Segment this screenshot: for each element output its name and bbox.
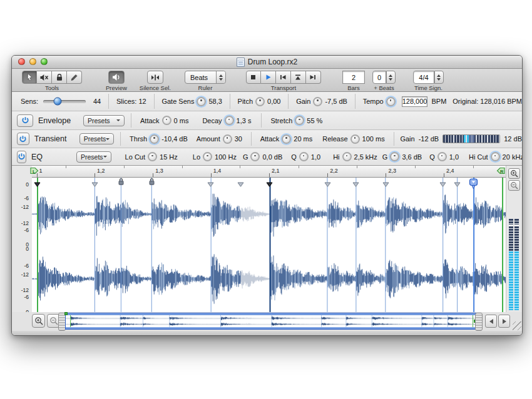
stretch-value: 55 % [307,117,322,124]
eq-power-button[interactable] [17,151,26,163]
zoom-in-button[interactable] [508,168,520,179]
waveform-canvas[interactable] [32,178,506,312]
tempo-knob[interactable] [386,97,396,106]
thrsh-knob[interactable] [150,134,159,144]
envelope-power-button[interactable] [17,114,33,127]
silence-label: Silence Sel. [140,84,171,91]
envelope-presets-button[interactable]: Presets [83,115,125,126]
scroll-right-button[interactable] [498,315,510,328]
ruler-label: Ruler [198,84,213,91]
db-tick-label: -6 [24,294,29,300]
locut-knob[interactable] [148,152,157,161]
lo-q-knob[interactable] [299,152,309,161]
bars-beats-ruler[interactable]: 11,21,31,42,12,22,32,4LR [32,166,506,178]
ruler-label: 1 [39,168,43,174]
amount-knob[interactable] [223,134,232,144]
eq-presets-button[interactable]: Presets [76,151,111,163]
selection-handle[interactable] [64,312,68,315]
go-to-start-button[interactable] [276,71,291,84]
slider-thumb[interactable] [53,98,61,106]
overview-zoom-in-button[interactable] [32,314,45,328]
slice-marker-tri[interactable] [352,178,359,189]
pitch-knob[interactable] [255,97,265,106]
pencil-tool-button[interactable] [67,71,82,84]
ruler-tick [386,173,386,177]
power-icon [19,135,27,143]
ruler-stepper[interactable] [216,71,225,83]
ruler-units-select[interactable]: Beats [185,71,226,84]
original-tempo: Original: 128,016 BPM [453,98,522,105]
slice-marker-tri[interactable] [454,178,461,189]
lock-tool-button[interactable] [52,71,67,84]
env-attack-knob[interactable] [162,116,171,125]
lo-g-knob[interactable] [250,152,260,161]
hicut-knob[interactable] [491,152,500,161]
slice-marker-tri[interactable] [439,178,446,189]
overview-selection[interactable] [65,313,476,330]
close-button[interactable] [18,58,25,65]
tempo-field[interactable]: 128,000 [402,96,428,107]
hi-q-knob[interactable] [437,152,447,161]
go-to-end-button[interactable] [306,71,321,84]
slice-marker-tri[interactable] [382,178,389,189]
sens-value: 44 [93,98,101,105]
stretch-knob[interactable] [295,116,304,125]
slice-marker-balloon[interactable] [469,178,478,192]
ruler-tick [444,173,444,177]
waveform-editor[interactable] [32,178,506,312]
left-locator-flag[interactable]: L [30,167,39,176]
preview-button[interactable] [108,71,125,84]
arrow-tool-button[interactable] [22,71,37,84]
slice-marker-lock[interactable] [118,177,125,188]
mute-tool-button[interactable] [37,71,52,84]
gain-knob[interactable] [313,97,322,106]
window-resize-grip[interactable] [513,321,521,330]
zoom-button[interactable] [41,58,48,65]
beats-field[interactable]: 0 [372,71,386,84]
overview-canvas[interactable] [66,315,476,326]
play-button[interactable] [261,71,276,84]
return-icon [294,74,302,81]
slice-marker-tri[interactable] [207,178,214,189]
lo-knob[interactable] [203,152,212,161]
tr-gain-min: -12 dB [419,135,439,143]
env-decay-knob[interactable] [225,116,234,125]
release-knob[interactable] [350,134,360,144]
db-tick-label: -12 [21,271,29,278]
slice-marker-tri-dark[interactable] [34,178,41,189]
return-to-start-button[interactable] [291,71,306,84]
slice-marker-tri[interactable] [237,178,244,189]
overview-right-grip[interactable] [475,313,483,331]
lo-g-value: 0,0 dB [262,153,282,161]
slice-marker-tri-dark[interactable] [266,178,273,189]
slice-marker-lock[interactable] [148,177,155,188]
sensitivity-slider[interactable] [43,100,86,103]
zoom-out-button[interactable] [508,180,520,191]
hi-knob[interactable] [342,152,352,161]
stop-button[interactable] [246,71,261,84]
hi-g-label: G [382,153,388,161]
slice-marker-tri[interactable] [91,178,98,189]
gate-sens-knob[interactable] [197,97,206,106]
db-tick-label: -12 [21,220,29,226]
db-tick-label: -6 [24,227,29,233]
slice-marker-tri[interactable] [324,178,331,189]
transient-presets-button[interactable]: Presets [79,133,115,144]
bars-field[interactable]: 2 [342,71,365,84]
scroll-left-button[interactable] [485,315,497,328]
silence-selection-button[interactable] [147,71,163,84]
tr-attack-knob[interactable] [282,134,291,144]
env-attack-value: 0 ms [174,117,189,124]
hi-g-knob[interactable] [390,152,399,161]
beats-stepper[interactable] [386,71,396,84]
time-signature-field[interactable]: 4/4 [413,71,434,84]
title-bar[interactable]: Drum Loop.rx2 [12,56,522,69]
minimize-button[interactable] [29,58,36,65]
right-locator-flag[interactable]: R [496,167,505,176]
time-signature-stepper[interactable] [434,71,444,84]
window-controls [18,58,48,65]
transient-gain-meter[interactable] [442,134,500,143]
transient-power-button[interactable] [17,133,29,145]
previous-icon [279,74,287,81]
db-tick-label: -12 [21,287,29,293]
